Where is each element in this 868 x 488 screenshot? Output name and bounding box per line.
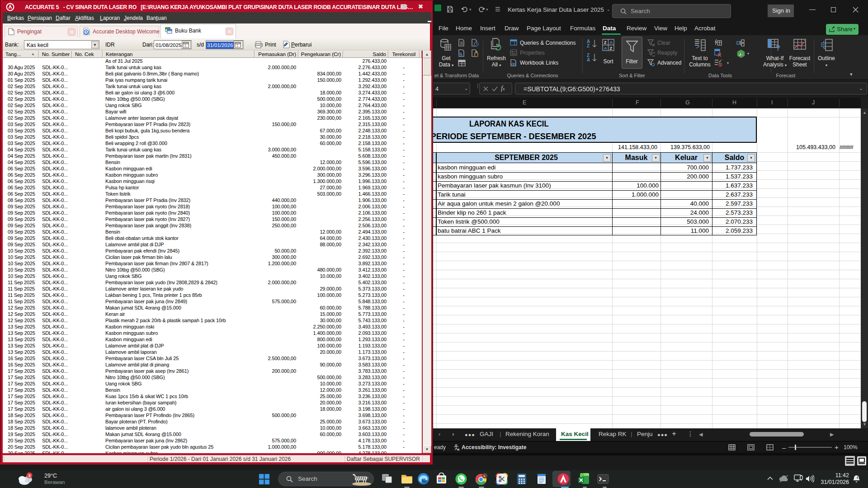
svg-text:A: A bbox=[604, 46, 607, 51]
svg-text:1: 1 bbox=[236, 44, 238, 47]
svg-text:1: 1 bbox=[184, 44, 186, 47]
svg-text:A: A bbox=[610, 40, 613, 45]
svg-text:J: J bbox=[739, 52, 741, 56]
svg-text:3: 3 bbox=[28, 474, 31, 478]
svg-text:?: ? bbox=[776, 44, 780, 52]
svg-text:z: z bbox=[857, 476, 859, 479]
svg-text:Z: Z bbox=[610, 46, 613, 51]
svg-text:Z: Z bbox=[604, 40, 607, 45]
